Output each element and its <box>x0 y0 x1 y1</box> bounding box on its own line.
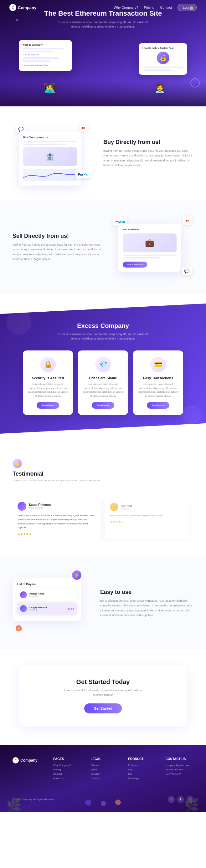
list-name-0: Anong Toiss <box>29 592 45 595</box>
footer-col-pages-title: PAGES <box>53 757 81 761</box>
sell-title: Sell Directly from us! <box>12 233 103 239</box>
sell-description: Selling from us makes things super easy … <box>12 243 103 261</box>
t-role-0: CEO Lyrante <box>29 506 51 509</box>
deco-person-left: 🧑‍💻 <box>44 82 55 93</box>
footer-link-about[interactable]: About Us <box>53 777 81 780</box>
mastercard-badge: ●● <box>80 124 88 132</box>
testimonial-icon: ⭐ <box>12 459 22 468</box>
t-avatar-1 <box>110 503 118 511</box>
footer-link-terms[interactable]: Terms <box>91 768 119 771</box>
feature-card-0: 🔒 Security is Assured Lorem ipsum dolor … <box>23 350 73 415</box>
get-started-button[interactable]: Get Started <box>84 704 121 713</box>
footer-phone[interactable]: +1 888 567 789 <box>166 768 194 771</box>
t-role-1: Developer <box>121 507 132 510</box>
nav-contact[interactable]: Contact <box>160 6 172 9</box>
footer-link-exchange[interactable]: Exchange <box>128 777 156 780</box>
feature-cards: 🔒 Security is Assured Lorem ipsum dolor … <box>12 350 194 415</box>
footer-link-why[interactable]: Why Company? <box>53 764 81 767</box>
feature-desc-2: Lorem ipsum dolor sit amet, consectetur … <box>138 382 178 398</box>
get-started-description: Lorem ipsum dolor sit amet, consectetur … <box>59 688 147 697</box>
footer-email[interactable]: company@gmail.com <box>166 764 194 767</box>
footer-link-privacy[interactable]: Privacy <box>91 764 119 767</box>
sell-section: Sell Directly from us! Selling from us m… <box>0 200 206 294</box>
nav-pricing[interactable]: Pricing <box>144 6 155 9</box>
easy-plus-btn[interactable]: + <box>16 625 22 631</box>
footer-link-cookies[interactable]: Cookies <box>91 777 119 780</box>
sell-illustration: PayPal ●● Sell Ethereum 💼 Sell Ethereum … <box>112 216 194 278</box>
feature-title-1: Prices are Stable <box>89 376 117 380</box>
footer-address[interactable]: New York, NY <box>166 773 194 775</box>
easy-section: ⚡ List of Buyers Anong Toiss Unverified … <box>0 556 206 650</box>
orb-3 <box>115 800 121 805</box>
logo: C Company <box>9 4 36 11</box>
facebook-icon[interactable]: f <box>168 796 175 803</box>
easy-text: Easy to use Elit ut aliquam purus sit am… <box>100 589 194 618</box>
footer-col-contact: CONTACT US company@gmail.com +1 888 567 … <box>166 757 194 781</box>
feature-desc-1: Lorem ipsum dolor sit amet, consectetur … <box>83 382 123 398</box>
hero-subtitle: Lorem ipsum dolor sit amet, consectetur … <box>56 20 150 29</box>
main-nav: C Company Why Company? Pricing Contact L… <box>0 0 206 15</box>
deco-circle-lg <box>6 310 31 335</box>
features-section: Excess Company Lorem ipsum dolor sit ame… <box>0 304 206 434</box>
footer-plant-right: 🌿 <box>184 798 200 812</box>
hero-card-right: I want to make a Custom Post 💰 <box>139 43 187 75</box>
sell-card: Sell Ethereum 💼 Sell Ethereum <box>118 224 181 272</box>
excess-title: Excess Company <box>12 322 194 330</box>
security-icon: 🔒 <box>40 357 56 372</box>
testimonial-cards: Saaur Rahman CEO Lyrante Dolout litenim … <box>12 497 194 541</box>
footer-link-buy[interactable]: Buy <box>128 768 156 771</box>
list-sub-1: Verified <box>29 609 47 611</box>
footer-logo: C Company <box>12 757 44 764</box>
read-more-btn-2[interactable]: Read More <box>147 402 170 409</box>
buy-section: 💬 ●● Buy Directly from us! 🏦 PayPal Buy … <box>0 106 206 200</box>
footer-col-legal-title: LEGAL <box>91 757 119 761</box>
sell-ethereum-button[interactable]: Sell Ethereum <box>123 261 147 268</box>
feature-title-2: Easy Transactions <box>143 376 173 380</box>
footer-orbs <box>85 800 121 806</box>
feature-card-2: 💳 Easy Transactions Lorem ipsum dolor si… <box>133 350 183 415</box>
list-sub-0: Unverified <box>29 595 45 597</box>
login-button[interactable]: Login <box>177 4 197 11</box>
paypal-badge: PayPal <box>76 169 91 178</box>
easy-deco-icon: ⚡ <box>72 570 81 580</box>
t-stars-0: ★★★★★ <box>18 532 96 536</box>
footer-link-security[interactable]: Security <box>91 773 119 775</box>
footer-link-pricing[interactable]: Pricing <box>53 768 81 771</box>
read-more-btn-0[interactable]: Read More <box>37 402 59 409</box>
buy-text: Buy Directly from us! Buying from us mak… <box>103 139 194 168</box>
footer-link-contact[interactable]: Contact <box>53 773 81 775</box>
read-more-btn-1[interactable]: Read More <box>92 402 115 409</box>
hero-card-left: What do you want? Learn the Ethereum I w… <box>19 40 72 71</box>
nav-links: Why Company? Pricing Contact Login <box>114 4 197 11</box>
testimonial-section: ⭐ Testimonial Lorem ipsum dolor sit amet… <box>0 443 206 556</box>
transactions-icon: 💳 <box>150 357 166 372</box>
footer-link-sell[interactable]: Sell <box>128 773 156 775</box>
easy-list-card: List of Buyers Anong Toiss Unverified Li… <box>12 578 81 621</box>
t-text-0: Dolout litenim modut nulat testimonium C… <box>18 514 96 530</box>
twitter-icon[interactable]: t <box>177 796 184 803</box>
testimonial-arrow[interactable]: → <box>12 488 22 492</box>
list-amount-1: $4.00 <box>68 607 74 610</box>
testimonial-subtitle: Lorem ipsum dolor sit amet, consectetur … <box>12 479 194 482</box>
get-started-wrapper: Get Started Today Lorem ipsum dolor sit … <box>0 650 206 745</box>
nav-why[interactable]: Why Company? <box>114 6 138 9</box>
list-item-1: Lingay Gomity Verified $4.00 <box>17 603 77 615</box>
feature-desc-0: Lorem ipsum dolor sit amet, consectetur … <box>28 382 68 398</box>
buy-card: Buy Directly from us! 🏦 <box>19 131 81 186</box>
easy-illustration: ⚡ List of Buyers Anong Toiss Unverified … <box>12 572 91 634</box>
easy-description: Elit ut aliquam purus sit amet luctus ve… <box>100 598 194 618</box>
list-title: List of Buyers <box>17 583 77 586</box>
sell-mc-badge: ●● <box>183 216 192 225</box>
t-header-1: An Puta Developer <box>110 503 184 511</box>
footer-col-product-title: PRODUCT <box>128 757 156 761</box>
feature-title-0: Security is Assured <box>32 376 64 380</box>
orb-2 <box>101 801 106 806</box>
testimonial-card-0: Saaur Rahman CEO Lyrante Dolout litenim … <box>12 497 101 541</box>
testimonial-card-1: An Puta Developer Ipsum dolor amet conse… <box>105 498 189 539</box>
list-name-1: Lingay Gomity <box>29 606 47 609</box>
buy-illustration: 💬 ●● Buy Directly from us! 🏦 PayPal <box>12 122 94 185</box>
list-avatar-1 <box>20 605 27 612</box>
footer-link-features[interactable]: Features <box>128 764 156 767</box>
list-avatar-0 <box>20 591 27 598</box>
logo-icon: C <box>9 4 16 11</box>
